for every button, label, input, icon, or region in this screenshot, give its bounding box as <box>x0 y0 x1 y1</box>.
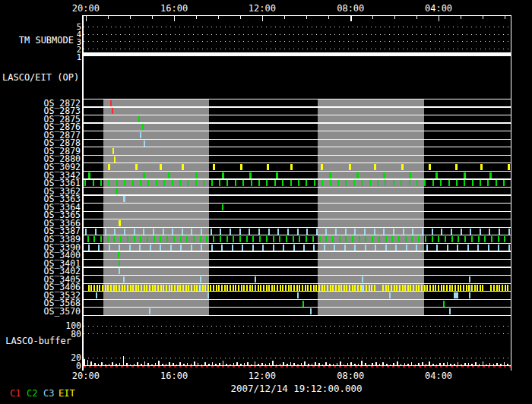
row-separator <box>83 299 511 300</box>
buffer-bar <box>369 365 370 365</box>
buffer-ytick-label: 20 <box>64 354 81 363</box>
telemetry-mark-yellow <box>505 285 506 291</box>
telemetry-mark-green <box>445 236 446 242</box>
telemetry-mark-green <box>143 172 145 178</box>
buffer-bar <box>84 359 85 365</box>
telemetry-mark-yellow <box>146 285 147 291</box>
telemetry-mark-yellow <box>230 285 231 291</box>
telemetry-mark-yellow <box>340 285 342 291</box>
tm-gridline <box>84 41 511 42</box>
telemetry-mark-green <box>134 236 135 242</box>
telemetry-mark-yellow <box>174 285 176 291</box>
telemetry-mark-cyan <box>467 245 469 251</box>
telemetry-mark-yellow <box>374 164 376 170</box>
telemetry-mark-green <box>251 180 252 186</box>
minor-tick <box>394 15 395 19</box>
minor-tick <box>152 15 153 19</box>
telemetry-mark-green <box>179 180 181 186</box>
buffer-bar <box>101 362 103 365</box>
tm-submode-value-line <box>83 52 511 56</box>
buffer-bar <box>443 363 445 365</box>
telemetry-mark-green <box>168 172 170 178</box>
telemetry-mark-cyan <box>283 245 284 251</box>
telemetry-mark-cyan <box>242 245 243 251</box>
telemetry-mark-yellow <box>271 285 273 291</box>
telemetry-mark-cyan <box>449 308 451 314</box>
telemetry-mark-cyan <box>499 229 500 235</box>
buffer-bar <box>322 365 324 365</box>
telemetry-mark-cyan <box>316 229 318 235</box>
telemetry-mark-yellow <box>354 285 356 291</box>
telemetry-mark-green <box>424 180 426 186</box>
tm-gridline <box>84 27 511 27</box>
buffer-bar <box>393 363 394 365</box>
telemetry-mark-yellow <box>282 285 283 291</box>
telemetry-mark-green <box>252 236 254 242</box>
telemetry-mark-green <box>321 180 323 186</box>
telemetry-mark-yellow <box>296 285 298 291</box>
telemetry-mark-yellow <box>388 285 389 291</box>
buffer-bar <box>98 364 100 365</box>
telemetry-mark-green <box>88 172 90 178</box>
buffer-bar <box>333 364 334 365</box>
telemetry-mark-cyan <box>365 245 366 251</box>
telemetry-mark-yellow <box>171 285 173 291</box>
telemetry-mark-yellow <box>432 285 434 291</box>
telemetry-mark-yellow <box>277 285 278 291</box>
telemetry-mark-yellow <box>424 285 426 291</box>
telemetry-mark-yellow <box>132 285 134 291</box>
telemetry-mark-cyan <box>480 229 481 235</box>
buffer-bar <box>429 361 430 365</box>
telemetry-mark-green <box>302 301 304 307</box>
telemetry-mark-yellow <box>119 285 120 291</box>
telemetry-mark-yellow <box>116 285 117 291</box>
telemetry-mark-cyan <box>345 229 347 235</box>
telemetry-mark-cyan <box>119 268 120 274</box>
telemetry-mark-yellow <box>252 285 253 291</box>
telemetry-mark-green <box>361 180 363 186</box>
telemetry-mark-yellow <box>299 285 300 291</box>
telemetry-mark-green <box>411 236 413 242</box>
telemetry-mark-green <box>314 180 315 186</box>
buffer-bar <box>230 365 231 365</box>
buffer-bar <box>183 364 185 365</box>
row-separator <box>83 283 511 284</box>
telemetry-mark-cyan <box>262 245 264 251</box>
buffer-bar <box>141 364 142 365</box>
telemetry-mark-yellow <box>332 285 334 291</box>
telemetry-mark-yellow <box>366 285 367 291</box>
buffer-bar <box>244 363 245 365</box>
telemetry-mark-yellow <box>191 285 192 291</box>
buffer-bar <box>401 364 402 365</box>
buffer-bar <box>489 363 491 365</box>
telemetry-mark-cyan <box>105 229 106 235</box>
telemetry-mark-cyan <box>273 245 274 251</box>
telemetry-mark-green <box>276 172 278 178</box>
telemetry-mark-yellow <box>241 285 242 291</box>
telemetry-mark-yellow <box>471 285 473 291</box>
buffer-bar <box>116 364 117 365</box>
tm-gridline <box>84 49 511 49</box>
buffer-bar <box>468 363 470 365</box>
buffer-bar <box>151 365 153 365</box>
telemetry-mark-yellow <box>338 285 340 291</box>
row-separator <box>83 122 511 123</box>
telemetry-mark-cyan <box>191 229 192 235</box>
telemetry-mark-green <box>142 124 144 130</box>
telemetry-mark-yellow <box>216 285 217 291</box>
telemetry-mark-cyan <box>362 276 363 282</box>
row-separator <box>83 106 511 107</box>
row-separator <box>83 307 511 308</box>
telemetry-mark-cyan <box>313 245 315 251</box>
telemetry-mark-yellow <box>113 285 115 291</box>
bottom-time-tick-label: 20:00 <box>72 371 100 380</box>
telemetry-mark-cyan <box>470 229 471 235</box>
telemetry-mark-yellow <box>274 285 275 291</box>
buffer-ytick-label: 0 <box>64 362 81 371</box>
buffer-bar <box>276 365 277 365</box>
buffer-bar <box>90 361 92 365</box>
buffer-gridline <box>84 326 511 327</box>
telemetry-mark-green <box>246 236 248 242</box>
telemetry-mark-green <box>140 180 141 186</box>
telemetry-mark-green <box>443 301 445 307</box>
